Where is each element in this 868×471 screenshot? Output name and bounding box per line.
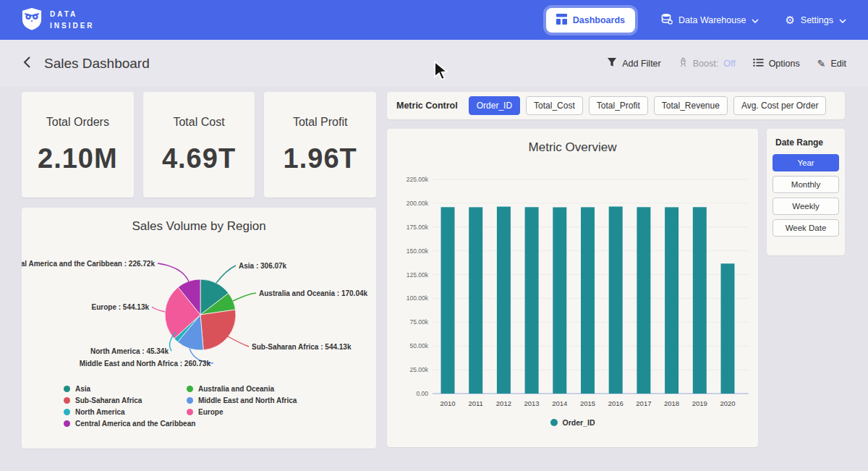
date-range-option-week-date[interactable]: Week Date <box>773 219 839 237</box>
pie-legend-item-sub-saharan-africa[interactable]: Sub-Saharan Africa <box>64 396 142 404</box>
app-window: DATA INSIDER Dashboards <box>0 0 868 471</box>
header-actions: Add Filter Boost: Off <box>607 57 846 69</box>
date-range-label: Date Range <box>775 137 839 148</box>
edit-button[interactable]: ✎ Edit <box>817 59 846 69</box>
bar-2013[interactable] <box>525 207 539 394</box>
legend-label: Order_ID <box>563 418 595 427</box>
legend-item-label: Asia <box>75 385 90 393</box>
brand-name: DATA INSIDER <box>50 9 95 31</box>
pie-callout-label: North America : 45.34k <box>90 347 169 355</box>
date-range-option-weekly[interactable]: Weekly <box>773 198 839 215</box>
date-range-panel: Date Range YearMonthlyWeeklyWeek Date <box>767 129 845 255</box>
pie-legend: AsiaSub-Saharan AfricaNorth AmericaCentr… <box>22 385 376 449</box>
pie-legend-item-europe[interactable]: Europe <box>187 408 223 416</box>
legend-dot <box>187 386 193 392</box>
x-tick-label: 2019 <box>692 399 707 407</box>
pie-callout-label: Asia : 306.07k <box>239 262 287 270</box>
options-button[interactable]: Options <box>753 58 800 69</box>
bar-2012[interactable] <box>497 207 511 394</box>
legend-item-label: North America <box>75 408 125 416</box>
add-filter-button[interactable]: Add Filter <box>607 57 661 69</box>
metric-option-total-revenue[interactable]: Total_Revenue <box>654 96 728 115</box>
x-tick-label: 2014 <box>552 399 567 407</box>
funnel-icon <box>607 57 617 69</box>
legend-item-label: Europe <box>198 408 223 416</box>
kpi-value: 2.10M <box>38 143 118 174</box>
kpi-label: Total Cost <box>173 116 224 129</box>
chevron-left-icon <box>23 56 31 71</box>
bar-chart-card: Metric Overview 225.00k200.00k175.00k150… <box>387 129 758 447</box>
pie-legend-item-middle-east-and-north-africa[interactable]: Middle East and North Africa <box>187 396 297 404</box>
bar-2020[interactable] <box>721 263 735 394</box>
pie-legend-item-north-america[interactable]: North America <box>64 408 125 416</box>
x-tick-label: 2012 <box>496 399 511 407</box>
boost-label: Boost: <box>693 59 718 69</box>
pie-legend-item-asia[interactable]: Asia <box>64 385 90 393</box>
nav-settings-label: Settings <box>801 15 833 25</box>
bar-chart: 225.00k200.00k175.00k150.00k125.00k100.0… <box>387 129 758 447</box>
date-range-option-year[interactable]: Year <box>773 154 839 171</box>
metric-control-label: Metric Control <box>396 101 458 111</box>
y-tick-label: 225.00k <box>407 176 429 183</box>
x-tick-label: 2015 <box>580 399 595 407</box>
metric-option-total-cost[interactable]: Total_Cost <box>526 96 583 115</box>
pie-legend-item-australia-and-oceania[interactable]: Australia and Oceania <box>187 385 274 393</box>
owl-logo-icon <box>22 7 42 33</box>
metric-buttons: Order_IDTotal_CostTotal_ProfitTotal_Reve… <box>469 96 827 115</box>
pencil-icon: ✎ <box>817 59 826 69</box>
legend-item-label: Sub-Saharan Africa <box>75 396 142 404</box>
bar-2017[interactable] <box>637 207 650 394</box>
pie-chart-card: Sales Volume by Region Asia : 306.07kAus… <box>22 208 376 449</box>
kpi-label: Total Profit <box>293 116 348 129</box>
pie-callout-line <box>158 263 189 281</box>
y-tick-label: 100.00k <box>407 294 429 302</box>
date-range-buttons: YearMonthlyWeeklyWeek Date <box>773 154 839 237</box>
kpi-card-total-cost: Total Cost4.69T <box>143 92 255 198</box>
pie-callout-label: Central America and the Caribbean : 226.… <box>22 260 155 268</box>
bar-2016[interactable] <box>609 207 623 394</box>
pie-slice-sub-saharan-africa[interactable] <box>200 310 236 350</box>
nav-settings-button[interactable]: ⚙ Settings <box>785 14 846 25</box>
add-filter-label: Add Filter <box>622 59 661 69</box>
options-label: Options <box>769 59 800 69</box>
x-tick-label: 2020 <box>720 399 735 407</box>
nav-data-warehouse-button[interactable]: Data Warehouse <box>661 13 759 27</box>
bar-2010[interactable] <box>441 207 455 394</box>
pie-callout-line <box>216 266 236 283</box>
legend-dot <box>550 419 558 426</box>
dashboards-grid-icon <box>556 14 567 27</box>
pie-callout-label: Europe : 544.13k <box>92 303 150 311</box>
boost-button[interactable]: Boost: Off <box>678 57 736 69</box>
back-button[interactable] <box>22 54 33 72</box>
bar-2015[interactable] <box>581 207 595 394</box>
y-tick-label: 200.00k <box>407 200 429 207</box>
list-icon <box>753 58 764 69</box>
metric-option-avg-cost-per-order[interactable]: Avg. Cost per Order <box>733 96 827 115</box>
x-tick-label: 2018 <box>664 399 679 407</box>
bar-2011[interactable] <box>469 207 482 394</box>
boost-value: Off <box>723 59 735 69</box>
y-tick-label: 175.00k <box>407 224 429 231</box>
bar-chart-legend[interactable]: Order_ID <box>387 418 758 427</box>
bar-2014[interactable] <box>553 208 566 394</box>
pie-callout-label: Sub-Saharan Africa : 544.13k <box>252 343 352 351</box>
x-tick-label: 2016 <box>608 399 624 407</box>
gear-icon: ⚙ <box>785 14 794 25</box>
metric-option-order-id[interactable]: Order_ID <box>469 96 520 115</box>
metric-control-bar: Metric Control Order_IDTotal_CostTotal_P… <box>387 92 845 119</box>
database-icon <box>661 13 673 27</box>
nav-data-warehouse-label: Data Warehouse <box>678 15 746 25</box>
date-range-option-monthly[interactable]: Monthly <box>773 176 839 193</box>
kpi-card-total-orders: Total Orders2.10M <box>22 92 134 198</box>
kpi-label: Total Orders <box>46 116 109 129</box>
x-tick-label: 2010 <box>440 399 455 407</box>
metric-option-total-profit[interactable]: Total_Profit <box>589 96 648 115</box>
nav-dashboards-button[interactable]: Dashboards <box>546 8 635 33</box>
legend-item-label: Australia and Oceania <box>198 385 274 393</box>
chevron-down-icon <box>752 15 759 25</box>
bar-2018[interactable] <box>665 207 678 394</box>
legend-dot <box>187 409 193 415</box>
legend-dot <box>187 397 193 404</box>
bar-2019[interactable] <box>693 207 707 394</box>
pie-legend-item-central-america-and-the-caribbean[interactable]: Central America and the Caribbean <box>64 420 195 428</box>
